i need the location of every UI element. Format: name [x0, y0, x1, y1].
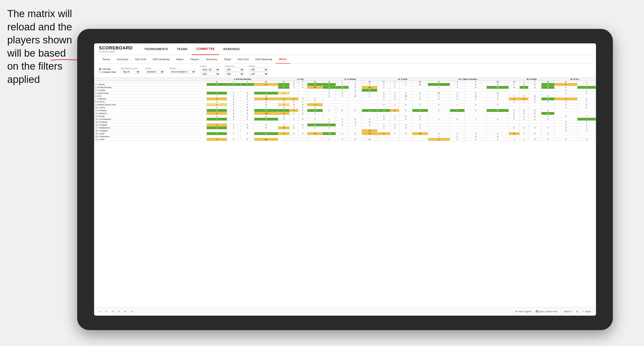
- zoom-out-button[interactable]: ⊖: [117, 310, 121, 313]
- nav-teams[interactable]: TEAMS: [172, 43, 192, 55]
- toolbar-divider: [560, 309, 561, 314]
- conference-filter: Conference (All) (All): [225, 65, 244, 76]
- table-row: 19. J Kanh 31019 400-20 1310-31 210-13 0…: [94, 132, 596, 135]
- view-options: Full View Compact View: [99, 68, 116, 73]
- table-row: 11. G Woods 100014 14011 10014 134017 24…: [94, 109, 596, 112]
- sub-nav-matrix1[interactable]: Matrix: [173, 55, 187, 64]
- table-row: 14. S Srichantamit 31014 0105 1204 0105 …: [94, 118, 596, 121]
- sub-nav-h2h-grid2[interactable]: H2H Grid: [234, 55, 252, 64]
- undo-button[interactable]: ↩: [98, 310, 102, 313]
- sub-nav-h2h-heatmap2[interactable]: H2H Heatmap: [252, 55, 276, 64]
- zoom-in-button[interactable]: ⊕: [123, 310, 128, 313]
- nav-items: TOURNAMENTS TEAMS COMMITTEE RANKINGS: [140, 43, 244, 55]
- region-select[interactable]: East - DII: [200, 68, 220, 72]
- layout-button[interactable]: ⊞: [575, 310, 579, 313]
- annotation-text: The matrix will reload and the players s…: [7, 7, 75, 86]
- refresh-button[interactable]: ⏱: [129, 310, 134, 313]
- logo-subtitle: Powered by clippd: [99, 51, 133, 53]
- tablet-screen: SCOREBOARD Powered by clippd TOURNAMENTS…: [94, 43, 596, 316]
- gender-filter: Gender Women's: [145, 67, 164, 74]
- conference-select[interactable]: (All): [225, 68, 244, 72]
- view-original-button[interactable]: 👁 View: Original: [514, 310, 532, 313]
- toolbar: ↩ ↪ ↺ ⊖ ⊕ ⏱ 👁 View: Original 💾 Save Cust…: [94, 307, 596, 316]
- max-players-select[interactable]: Top 25: [121, 70, 140, 74]
- players-select[interactable]: (All): [249, 68, 268, 72]
- nav-rankings[interactable]: RANKINGS: [219, 43, 244, 55]
- column-header-row-1: 2. M Kelly Mulcahy 6. A Dy 11. G Woods 2…: [94, 78, 596, 81]
- division-filter: Division NCAA Division II: [169, 67, 196, 74]
- sub-nav-matrix2[interactable]: Matrix: [276, 55, 290, 64]
- division-select[interactable]: NCAA Division II: [169, 70, 196, 74]
- matrix-table: 2. M Kelly Mulcahy 6. A Dy 11. G Woods 2…: [94, 78, 596, 141]
- table-row: 12. A Bianchi 200-18 1104 20025: [94, 112, 596, 115]
- table-row: 21. O Stoll 40033 13014 2211 1109 03: [94, 138, 596, 141]
- table-row: 20. E Andersson 0108: [94, 135, 596, 138]
- sub-nav-teams[interactable]: Teams: [99, 55, 114, 64]
- players-sub-select[interactable]: (All): [249, 72, 268, 76]
- save-custom-view-button[interactable]: 💾 Save Custom View: [534, 310, 558, 313]
- table-row: 18. J Hodgson 11 01: [94, 129, 596, 132]
- table-row: 15. H Stranda 02011 01: [94, 121, 596, 124]
- gender-select[interactable]: Women's: [145, 70, 164, 74]
- sub-nav-detail[interactable]: Detail: [221, 55, 234, 64]
- table-row: 10. L Perini 0102 0203 11: [94, 106, 596, 109]
- table-row: 16. X Mcgoha 2103 01011 0010 1003 00: [94, 124, 596, 127]
- nav-bar: SCOREBOARD Powered by clippd TOURNAMENTS…: [94, 43, 596, 55]
- table-row: 6. A Dy 70011 00141 40251 00112 10112: [94, 95, 596, 98]
- table-row: 8. M Torres 0010 2010 0108 01: [94, 100, 596, 103]
- sub-nav-summary2[interactable]: Summary: [203, 55, 221, 64]
- matrix-area[interactable]: 2. M Kelly Mulcahy 6. A Dy 11. G Woods 2…: [94, 78, 596, 307]
- players-filter: Players (All) (All): [249, 65, 268, 76]
- column-header-row-2: WLTDif WLTDif WLTDif WLTDif WLTDif WLTDi…: [94, 81, 596, 83]
- region-sub-select[interactable]: (All): [200, 72, 220, 76]
- sub-nav-players[interactable]: Players: [187, 55, 203, 64]
- sub-nav: Teams Summary H2H Grid H2H Heatmap Matri…: [94, 55, 596, 64]
- tablet-device: SCOREBOARD Powered by clippd TOURNAMENTS…: [77, 29, 613, 330]
- redo-button[interactable]: ↪: [104, 310, 108, 313]
- full-view-option[interactable]: Full View: [99, 68, 116, 70]
- nav-committee[interactable]: COMMITTEE: [192, 43, 219, 55]
- table-row: 17. D Ballesteros 3106 -2010 3 1101 0207…: [94, 127, 596, 129]
- table-row: 13. N Klug 0010 -2 0103 0101 01: [94, 115, 596, 118]
- share-button[interactable]: ↗ Share: [581, 310, 592, 313]
- max-players-filter: Max players in view Top 25: [121, 67, 140, 74]
- watch-button[interactable]: Watch ▾: [563, 310, 573, 313]
- compact-view-option[interactable]: Compact View: [99, 71, 116, 73]
- table-row: 3. S Jelinek 02017 01: [94, 89, 596, 92]
- sub-nav-h2h-grid1[interactable]: H2H Grid: [132, 55, 149, 64]
- region-filter: Region East - DII (All): [200, 65, 220, 76]
- table-row: 7. O Mitchell 30018 2202 120-4 0104 0402…: [94, 98, 596, 100]
- table-row: 2. M Kelly Mulcahy 07040 1010050 11 1403…: [94, 86, 596, 89]
- nav-tournaments[interactable]: TOURNAMENTS: [140, 43, 172, 55]
- filter-bar: Full View Compact View Max players in vi…: [94, 64, 596, 78]
- conference-sub-select[interactable]: (All): [225, 72, 244, 76]
- back-button[interactable]: ↺: [110, 310, 115, 313]
- table-row: 5. A Nomrowski 310-11 1 0010 0140 251011…: [94, 92, 596, 95]
- sub-nav-summary1[interactable]: Summary: [114, 55, 132, 64]
- table-row: 1. J Garcia 31027 301-11 4100 11110 0106…: [94, 83, 596, 86]
- logo-title: SCOREBOARD: [99, 45, 133, 51]
- logo: SCOREBOARD Powered by clippd: [99, 45, 133, 53]
- table-row: 9. A Maria Jimenez Rios 1006 100-7 0102 …: [94, 103, 596, 106]
- sub-nav-h2h-heatmap1[interactable]: H2H Heatmap: [149, 55, 173, 64]
